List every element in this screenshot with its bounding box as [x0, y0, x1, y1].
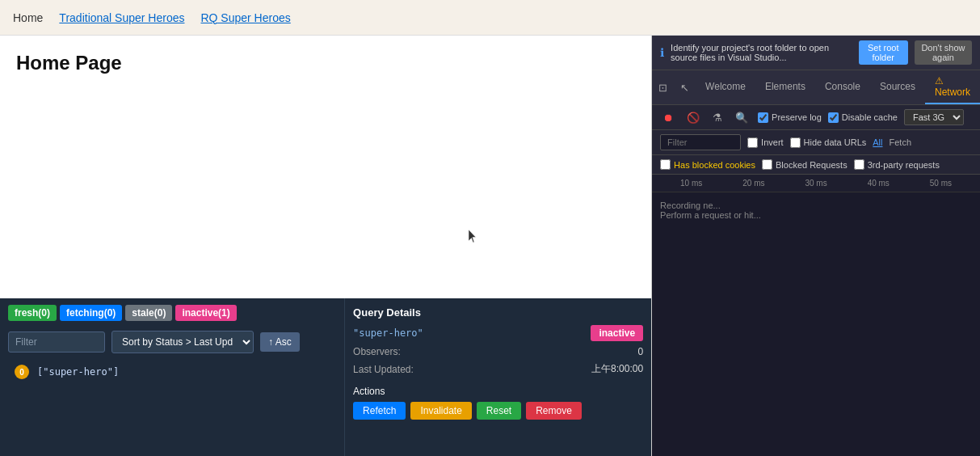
nav-home[interactable]: Home: [13, 11, 43, 24]
filter-input[interactable]: [8, 331, 105, 353]
preserve-log-checkbox[interactable]: [758, 112, 768, 123]
query-detail-key: "super-hero": [353, 327, 423, 339]
page-title: Home Page: [16, 52, 635, 74]
observers-row: Observers: 0: [353, 346, 643, 357]
tick-30ms: 30 ms: [784, 179, 847, 188]
device-toolbar-icon[interactable]: ⊡: [652, 77, 674, 99]
query-panel: fresh(0) fetching(0) stale(0) inactive(1…: [0, 298, 344, 456]
invert-label[interactable]: Invert: [747, 137, 784, 148]
inspect-icon[interactable]: ↖: [674, 77, 696, 99]
badge-fresh[interactable]: fresh(0): [8, 305, 57, 321]
observers-label: Observers:: [353, 346, 401, 357]
query-row[interactable]: 0 ["super-hero"]: [8, 360, 336, 384]
tick-10ms: 10 ms: [660, 179, 722, 188]
devtools-panel: ℹ Identify your project's root folder to…: [652, 36, 980, 456]
tick-40ms: 40 ms: [848, 179, 910, 188]
observers-value: 0: [637, 346, 643, 357]
info-text: Identify your project's root folder to o…: [671, 43, 852, 62]
tab-sources[interactable]: Sources: [870, 76, 925, 99]
query-list: 0 ["super-hero"]: [0, 360, 344, 384]
filter-toggle-button[interactable]: ⚗: [709, 110, 726, 125]
timeline-header: 10 ms 20 ms 30 ms 40 ms 50 ms: [652, 175, 980, 192]
content-pane: Home Page fresh(0) fetching(0) stale(0) …: [0, 36, 652, 456]
query-key-row: "super-hero" inactive: [353, 325, 643, 341]
disable-cache-checkbox[interactable]: [828, 112, 839, 123]
recording-area: Recording ne... Perform a request or hit…: [652, 192, 980, 228]
tab-console[interactable]: Console: [815, 76, 870, 99]
filter-row: Invert Hide data URLs All Fetch: [652, 130, 980, 155]
tick-20ms: 20 ms: [722, 179, 784, 188]
devtools-toolbar: ⏺ 🚫 ⚗ 🔍 Preserve log Disable cache Fast …: [652, 105, 980, 130]
preserve-log-label[interactable]: Preserve log: [758, 112, 822, 123]
third-party-checkbox[interactable]: [854, 159, 864, 170]
query-details-panel: Query Details "super-hero" inactive Obse…: [344, 298, 651, 456]
blocked-requests-checkbox[interactable]: [762, 159, 772, 170]
set-root-button[interactable]: Set root folder: [859, 40, 908, 65]
cookies-filter-row: Has blocked cookies Blocked Requests 3rd…: [652, 155, 980, 175]
main-area: Home Page fresh(0) fetching(0) stale(0) …: [0, 36, 980, 456]
blocked-requests-label[interactable]: Blocked Requests: [762, 159, 848, 170]
search-button[interactable]: 🔍: [732, 110, 751, 125]
has-blocked-cookies-checkbox[interactable]: [660, 159, 671, 170]
bottom-panel: fresh(0) fetching(0) stale(0) inactive(1…: [0, 298, 651, 456]
tab-network[interactable]: ⚠ Network: [925, 70, 980, 104]
devtools-info-bar: ℹ Identify your project's root folder to…: [652, 36, 980, 70]
invert-checkbox[interactable]: [747, 137, 758, 148]
timeline-area: Recording ne... Perform a request or hit…: [652, 192, 980, 456]
badge-inactive[interactable]: inactive(1): [175, 305, 236, 321]
sort-select[interactable]: Sort by Status > Last Upd: [111, 331, 254, 353]
dont-show-button[interactable]: Don't show again: [915, 40, 972, 65]
nav-rq[interactable]: RQ Super Heroes: [200, 11, 290, 24]
reset-button[interactable]: Reset: [477, 402, 521, 420]
badge-stale[interactable]: stale(0): [125, 305, 172, 321]
network-filter-input[interactable]: [660, 134, 741, 150]
top-nav: Home Traditional Super Heroes RQ Super H…: [0, 0, 980, 36]
asc-button[interactable]: ↑ Asc: [260, 332, 300, 352]
all-filter[interactable]: All: [873, 137, 882, 147]
clear-button[interactable]: 🚫: [683, 110, 703, 125]
query-controls: Sort by Status > Last Upd ↑ Asc: [0, 327, 344, 360]
throttle-select[interactable]: Fast 3G: [904, 109, 964, 125]
page-content: Home Page: [0, 36, 651, 298]
recording-sub: Perform a request or hit...: [660, 210, 972, 220]
status-bar: fresh(0) fetching(0) stale(0) inactive(1…: [0, 298, 344, 327]
refetch-button[interactable]: Refetch: [353, 402, 406, 420]
query-number: 0: [15, 365, 29, 379]
record-button[interactable]: ⏺: [660, 110, 677, 125]
info-icon: ℹ: [660, 46, 664, 59]
mouse-cursor: [469, 230, 478, 244]
actions-label: Actions: [353, 386, 643, 397]
tab-welcome[interactable]: Welcome: [696, 76, 755, 99]
hide-data-urls-checkbox[interactable]: [790, 137, 801, 148]
remove-button[interactable]: Remove: [526, 402, 582, 420]
tick-50ms: 50 ms: [910, 179, 972, 188]
inactive-status-badge: inactive: [591, 325, 643, 341]
recording-text: Recording ne...: [660, 201, 972, 210]
actions-section: Actions Refetch Invalidate Reset Remove: [353, 386, 643, 420]
devtools-tabs: ⊡ ↖ Welcome Elements Console Sources ⚠ N…: [652, 70, 980, 105]
invalidate-button[interactable]: Invalidate: [410, 402, 471, 420]
nav-traditional[interactable]: Traditional Super Heroes: [59, 11, 184, 24]
disable-cache-label[interactable]: Disable cache: [828, 112, 898, 123]
last-updated-label: Last Updated:: [353, 364, 414, 375]
tab-elements[interactable]: Elements: [755, 76, 815, 99]
has-blocked-cookies-label[interactable]: Has blocked cookies: [660, 159, 755, 170]
last-updated-value: 上午8:00:00: [591, 362, 643, 376]
query-details-title: Query Details: [353, 306, 643, 319]
fetch-filter[interactable]: Fetch: [890, 137, 912, 147]
badge-fetching[interactable]: fetching(0): [60, 305, 122, 321]
last-updated-row: Last Updated: 上午8:00:00: [353, 362, 643, 376]
action-buttons: Refetch Invalidate Reset Remove: [353, 402, 643, 420]
query-key: ["super-hero"]: [37, 366, 119, 378]
third-party-label[interactable]: 3rd-party requests: [854, 159, 940, 170]
hide-data-urls-label[interactable]: Hide data URLs: [790, 137, 867, 148]
